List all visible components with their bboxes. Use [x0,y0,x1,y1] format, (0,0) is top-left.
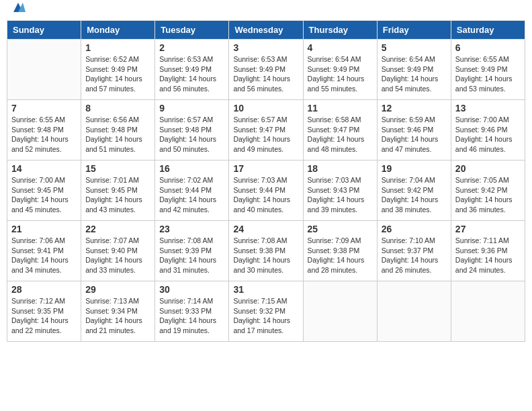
logo [9,7,26,15]
calendar-cell: 19 Sunrise: 7:04 AMSunset: 9:42 PMDaylig… [377,161,451,221]
calendar-cell: 4 Sunrise: 6:54 AMSunset: 9:49 PMDayligh… [303,40,377,100]
calendar-header-row: SundayMondayTuesdayWednesdayThursdayFrid… [7,21,525,40]
day-info: Sunrise: 7:03 AMSunset: 9:43 PMDaylight:… [308,175,373,215]
header-thursday: Thursday [303,21,377,40]
day-info: Sunrise: 6:56 AMSunset: 9:48 PMDaylight:… [85,115,150,154]
header-tuesday: Tuesday [155,21,229,40]
day-number: 10 [233,103,298,113]
calendar-cell: 11 Sunrise: 6:58 AMSunset: 9:47 PMDaylig… [303,100,377,161]
header-friday: Friday [377,21,451,40]
day-info: Sunrise: 7:00 AMSunset: 9:46 PMDaylight:… [455,115,521,154]
day-info: Sunrise: 7:00 AMSunset: 9:45 PMDaylight:… [11,175,77,215]
day-number: 4 [308,42,373,53]
logo-icon [11,0,26,15]
day-number: 8 [85,103,150,113]
calendar-cell: 27 Sunrise: 7:11 AMSunset: 9:36 PMDaylig… [451,221,525,281]
header-monday: Monday [81,21,155,40]
day-number: 24 [233,224,298,234]
day-info: Sunrise: 7:03 AMSunset: 9:44 PMDaylight:… [233,175,298,215]
day-number: 13 [455,103,521,113]
day-number: 20 [455,163,521,174]
day-number: 5 [382,42,447,53]
day-number: 16 [159,163,224,174]
calendar-cell: 23 Sunrise: 7:08 AMSunset: 9:39 PMDaylig… [155,221,229,281]
day-number: 14 [11,163,77,174]
day-info: Sunrise: 6:54 AMSunset: 9:49 PMDaylight:… [308,54,373,94]
day-info: Sunrise: 7:09 AMSunset: 9:38 PMDaylight:… [308,236,373,275]
day-info: Sunrise: 6:54 AMSunset: 9:49 PMDaylight:… [382,54,447,94]
calendar-cell: 10 Sunrise: 6:57 AMSunset: 9:47 PMDaylig… [229,100,303,161]
calendar-cell: 13 Sunrise: 7:00 AMSunset: 9:46 PMDaylig… [451,100,525,161]
day-number: 2 [159,42,224,53]
calendar-cell: 2 Sunrise: 6:53 AMSunset: 9:49 PMDayligh… [155,40,229,100]
day-number: 28 [11,284,77,295]
day-number: 27 [455,224,521,234]
calendar-week-5: 28 Sunrise: 7:12 AMSunset: 9:35 PMDaylig… [7,281,525,342]
calendar-cell: 7 Sunrise: 6:55 AMSunset: 9:48 PMDayligh… [7,100,81,161]
calendar-cell: 28 Sunrise: 7:12 AMSunset: 9:35 PMDaylig… [7,281,81,342]
calendar-cell: 24 Sunrise: 7:08 AMSunset: 9:38 PMDaylig… [229,221,303,281]
day-info: Sunrise: 6:58 AMSunset: 9:47 PMDaylight:… [308,115,373,154]
header-sunday: Sunday [7,21,81,40]
calendar-cell: 6 Sunrise: 6:55 AMSunset: 9:49 PMDayligh… [451,40,525,100]
day-number: 22 [85,224,150,234]
calendar-cell: 14 Sunrise: 7:00 AMSunset: 9:45 PMDaylig… [7,161,81,221]
day-number: 26 [382,224,447,234]
calendar-cell: 31 Sunrise: 7:15 AMSunset: 9:32 PMDaylig… [229,281,303,342]
day-number: 6 [455,42,521,53]
day-info: Sunrise: 6:55 AMSunset: 9:48 PMDaylight:… [11,115,77,154]
day-info: Sunrise: 6:55 AMSunset: 9:49 PMDaylight:… [455,54,521,94]
day-info: Sunrise: 7:08 AMSunset: 9:38 PMDaylight:… [233,236,298,275]
day-number: 7 [11,103,77,113]
calendar-cell: 22 Sunrise: 7:07 AMSunset: 9:40 PMDaylig… [81,221,155,281]
calendar-cell: 16 Sunrise: 7:02 AMSunset: 9:44 PMDaylig… [155,161,229,221]
day-info: Sunrise: 7:12 AMSunset: 9:35 PMDaylight:… [11,296,77,336]
calendar-week-4: 21 Sunrise: 7:06 AMSunset: 9:41 PMDaylig… [7,221,525,281]
calendar-week-2: 7 Sunrise: 6:55 AMSunset: 9:48 PMDayligh… [7,100,525,161]
day-info: Sunrise: 7:07 AMSunset: 9:40 PMDaylight:… [85,236,150,275]
day-info: Sunrise: 6:57 AMSunset: 9:47 PMDaylight:… [233,115,298,154]
day-info: Sunrise: 6:57 AMSunset: 9:48 PMDaylight:… [159,115,224,154]
day-info: Sunrise: 6:59 AMSunset: 9:46 PMDaylight:… [382,115,447,154]
day-info: Sunrise: 7:04 AMSunset: 9:42 PMDaylight:… [382,175,447,215]
calendar-cell [377,281,451,342]
calendar-cell [303,281,377,342]
day-number: 12 [382,103,447,113]
day-number: 29 [85,284,150,295]
header-saturday: Saturday [451,21,525,40]
day-number: 30 [159,284,224,295]
day-number: 31 [233,284,298,295]
day-number: 3 [233,42,298,53]
day-number: 18 [308,163,373,174]
calendar-cell: 29 Sunrise: 7:13 AMSunset: 9:34 PMDaylig… [81,281,155,342]
day-info: Sunrise: 7:13 AMSunset: 9:34 PMDaylight:… [85,296,150,336]
calendar-cell: 12 Sunrise: 6:59 AMSunset: 9:46 PMDaylig… [377,100,451,161]
day-info: Sunrise: 7:08 AMSunset: 9:39 PMDaylight:… [159,236,224,275]
page-header [7,7,525,15]
day-number: 17 [233,163,298,174]
day-number: 1 [85,42,150,53]
calendar-cell: 15 Sunrise: 7:01 AMSunset: 9:45 PMDaylig… [81,161,155,221]
day-number: 19 [382,163,447,174]
calendar-table: SundayMondayTuesdayWednesdayThursdayFrid… [7,20,525,342]
day-number: 21 [11,224,77,234]
day-number: 9 [159,103,224,113]
calendar-week-1: 1 Sunrise: 6:52 AMSunset: 9:49 PMDayligh… [7,40,525,100]
calendar-cell: 3 Sunrise: 6:53 AMSunset: 9:49 PMDayligh… [229,40,303,100]
day-info: Sunrise: 7:06 AMSunset: 9:41 PMDaylight:… [11,236,77,275]
day-info: Sunrise: 7:10 AMSunset: 9:37 PMDaylight:… [382,236,447,275]
day-number: 15 [85,163,150,174]
day-number: 25 [308,224,373,234]
day-number: 11 [308,103,373,113]
day-info: Sunrise: 7:11 AMSunset: 9:36 PMDaylight:… [455,236,521,275]
day-info: Sunrise: 7:14 AMSunset: 9:33 PMDaylight:… [159,296,224,336]
day-info: Sunrise: 6:52 AMSunset: 9:49 PMDaylight:… [85,54,150,94]
day-info: Sunrise: 7:01 AMSunset: 9:45 PMDaylight:… [85,175,150,215]
calendar-cell: 25 Sunrise: 7:09 AMSunset: 9:38 PMDaylig… [303,221,377,281]
calendar-cell: 5 Sunrise: 6:54 AMSunset: 9:49 PMDayligh… [377,40,451,100]
day-info: Sunrise: 7:05 AMSunset: 9:42 PMDaylight:… [455,175,521,215]
calendar-cell: 30 Sunrise: 7:14 AMSunset: 9:33 PMDaylig… [155,281,229,342]
header-wednesday: Wednesday [229,21,303,40]
calendar-cell: 1 Sunrise: 6:52 AMSunset: 9:49 PMDayligh… [81,40,155,100]
day-info: Sunrise: 7:15 AMSunset: 9:32 PMDaylight:… [233,296,298,336]
